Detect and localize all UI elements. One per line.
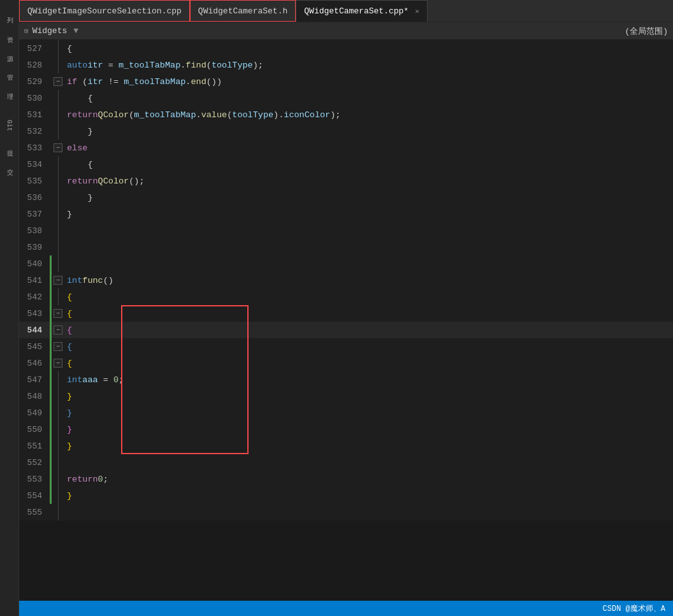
fold-area-548 [52,388,64,405]
toolbar-bar: ⊞ Widgets ▼ (全局范围) [19,22,673,40]
code-content-543: { [64,305,673,322]
code-content-548: } [64,388,673,405]
code-content-547: int aaa = 0; [64,371,673,388]
code-content-531: return QColor(m_toolTabMap.value(toolTyp… [64,106,673,123]
line-number-527: 527 [19,40,50,57]
fold-area-541: − [52,272,64,289]
activity-bar: 列 资 源 管 理 Git 提 交 [0,0,19,616]
tab-label: QWidgetCameraSet.cpp* [304,6,409,16]
code-line-528: 528 auto itr = m_toolTabMap.find(toolTyp… [19,57,673,73]
code-line-550: 550 } [19,421,673,438]
fold-button-546[interactable]: − [54,359,62,368]
fold-area-538 [52,222,64,239]
sidebar-icon-7[interactable]: 交 [3,157,17,171]
code-line-548: 548 } [19,388,673,405]
tab-label: QWidgetImageSourceSelection.cpp [27,6,182,16]
line-number-536: 536 [19,189,50,206]
fold-button-529[interactable]: − [54,77,62,86]
line-number-542: 542 [19,289,50,305]
code-line-545: 545− { [19,338,673,355]
toolbar-label: Widgets [33,26,68,36]
line-number-528: 528 [19,57,50,73]
line-number-544: 544 [19,322,50,338]
fold-area-536 [52,189,64,206]
tab-bar: QWidgetImageSourceSelection.cpp QWidgetC… [19,0,673,22]
fold-area-555 [52,504,64,520]
bottom-bar: CSDN @魔术师、A [19,601,673,616]
sidebar-icon-4[interactable]: 管 [3,62,17,76]
fold-area-532 [52,123,64,140]
code-line-553: 553 return 0; [19,471,673,487]
fold-area-551 [52,438,64,454]
editor-area: 527{528 auto itr = m_toolTabMap.find(too… [19,40,673,520]
code-line-543: 543− { [19,305,673,322]
fold-area-547 [52,371,64,388]
line-number-535: 535 [19,173,50,189]
fold-button-544[interactable]: − [54,326,62,334]
sidebar-icon-3[interactable]: 源 [3,43,17,57]
code-line-531: 531 return QColor(m_toolTabMap.value(too… [19,106,673,123]
line-number-547: 547 [19,371,50,388]
code-line-541: 541−int func() [19,272,673,289]
tab-close-icon[interactable]: ✕ [415,7,419,15]
line-number-546: 546 [19,355,50,371]
fold-button-543[interactable]: − [54,309,62,318]
code-content-554: } [64,487,673,504]
code-content-553: return 0; [64,471,673,487]
line-number-555: 555 [19,504,50,520]
code-content-551: } [64,438,673,454]
fold-button-533[interactable]: − [54,143,62,152]
fold-area-533: − [52,140,64,156]
sidebar-icon-6[interactable]: 提 [3,138,17,152]
fold-button-541[interactable]: − [54,276,62,285]
line-number-541: 541 [19,272,50,289]
line-number-553: 553 [19,471,50,487]
fold-area-552 [52,454,64,471]
fold-area-534 [52,156,64,173]
toolbar-scope: (全局范围) [625,25,668,37]
code-content-542: { [64,289,673,305]
code-line-530: 530 { [19,90,673,106]
code-line-542: 542{ [19,289,673,305]
fold-area-530 [52,90,64,106]
line-number-529: 529 [19,73,50,90]
code-line-527: 527{ [19,40,673,57]
code-line-532: 532 } [19,123,673,140]
code-line-546: 546− { [19,355,673,371]
tab-qwidget-cameraset-h[interactable]: QWidgetCameraSet.h [190,0,296,22]
fold-button-545[interactable]: − [54,342,62,351]
fold-area-527 [52,40,64,57]
code-content-552 [64,454,673,471]
code-line-538: 538 [19,222,673,239]
code-line-533: 533− else [19,140,673,156]
code-line-529: 529− if (itr != m_toolTabMap.end()) [19,73,673,90]
code-content-545: { [64,338,673,355]
sidebar-icon-git[interactable]: Git [3,118,17,133]
code-line-534: 534 { [19,156,673,173]
code-line-540: 540 [19,255,673,272]
code-content-539 [64,239,673,255]
line-number-532: 532 [19,123,50,140]
code-line-536: 536 } [19,189,673,206]
line-number-530: 530 [19,90,50,106]
credit-text: CSDN @魔术师、A [603,603,665,614]
code-line-535: 535 return QColor(); [19,173,673,189]
fold-area-535 [52,173,64,189]
tab-qwidget-cameraset-cpp[interactable]: QWidgetCameraSet.cpp* ✕ [296,0,427,22]
line-number-539: 539 [19,239,50,255]
sidebar-icon-5[interactable]: 理 [3,82,17,96]
fold-area-554 [52,487,64,504]
tab-qwidget-image[interactable]: QWidgetImageSourceSelection.cpp [19,0,190,22]
fold-area-549 [52,405,64,421]
code-content-555 [64,504,673,520]
code-content-540 [64,255,673,272]
tab-label: QWidgetCameraSet.h [198,6,287,16]
line-number-552: 552 [19,454,50,471]
code-line-551: 551 } [19,438,673,454]
sidebar-icon-1[interactable]: 列 [3,5,17,19]
code-line-552: 552 [19,454,673,471]
sidebar-icon-2[interactable]: 资 [3,24,17,38]
line-number-537: 537 [19,206,50,222]
fold-area-529: − [52,73,64,90]
code-line-537: 537} [19,206,673,222]
